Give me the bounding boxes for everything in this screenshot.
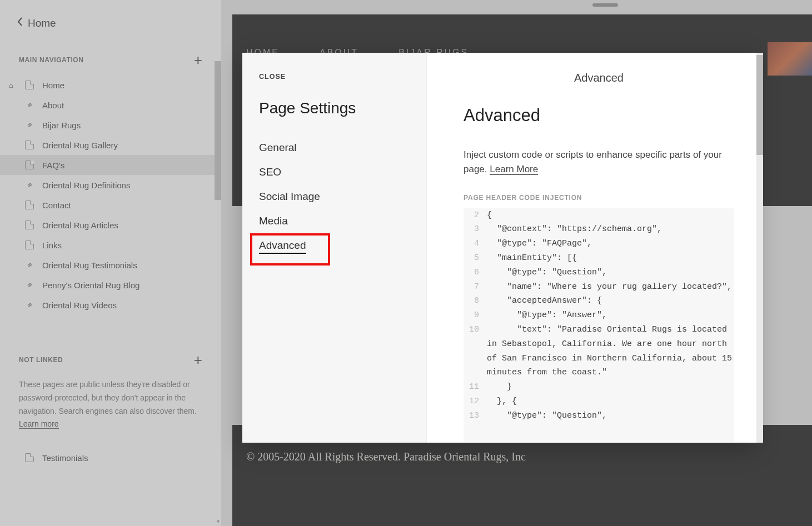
code-line: 12 }, { (464, 394, 734, 409)
tab-advanced[interactable]: Advanced (259, 239, 306, 254)
not-linked-item-testimonials[interactable]: Testimonials (0, 448, 221, 468)
sidebar-item-faq-s[interactable]: FAQ's (0, 155, 221, 175)
link-icon: ⚭ (24, 280, 34, 290)
add-page-button[interactable]: + (194, 53, 202, 67)
sidebar-item-penny-s-oriental-rug-blog[interactable]: ⚭Penny's Oriental Rug Blog (0, 275, 221, 295)
link-icon: ⚭ (24, 120, 34, 130)
hero-image (768, 42, 812, 76)
modal-scrollbar-thumb[interactable] (756, 55, 763, 155)
code-text: "acceptedAnswer": { (487, 294, 734, 308)
sidebar-item-bijar-rugs[interactable]: ⚭Bijar Rugs (0, 115, 221, 135)
page-icon (24, 220, 34, 230)
page-settings-modal: CLOSE Page Settings GeneralSEOSocial Ima… (242, 53, 756, 443)
sidebar-item-label: Testimonials (42, 453, 88, 463)
sidebar-item-label: Bijar Rugs (42, 121, 81, 130)
sidebar-scroll-down-icon[interactable]: ▾ (215, 518, 221, 526)
sidebar-item-label: Oriental Rug Articles (42, 221, 118, 230)
code-line: 4 "@type": "FAQPage", (464, 237, 734, 251)
add-not-linked-button[interactable]: + (194, 353, 202, 367)
code-text: "name": "Where is your rug gallery locat… (487, 280, 734, 294)
sidebar-scrollbar[interactable] (215, 61, 221, 200)
not-linked-description: These pages are public unless they're di… (0, 375, 221, 437)
tab-general[interactable]: General (259, 142, 297, 154)
tab-media[interactable]: Media (259, 215, 288, 227)
back-home-button[interactable]: Home (0, 11, 221, 43)
code-text: "@type": "Question", (487, 409, 734, 423)
page-icon (24, 140, 34, 150)
page-icon (24, 80, 34, 90)
code-line: 13 "@type": "Question", (464, 409, 734, 423)
modal-sidebar: CLOSE Page Settings GeneralSEOSocial Ima… (242, 53, 427, 443)
sidebar-item-label: Home (42, 81, 64, 90)
code-line: 5 "mainEntity": [{ (464, 251, 734, 265)
code-line: 8 "acceptedAnswer": { (464, 294, 734, 308)
line-number: 4 (464, 237, 487, 251)
link-icon: ⚭ (24, 100, 34, 110)
code-line: 2{ (464, 208, 734, 223)
sidebar-item-label: Contact (42, 201, 71, 210)
tab-seo[interactable]: SEO (259, 166, 281, 178)
site-footer-text: © 2005-2020 All Rights Reserved. Paradis… (246, 450, 526, 463)
page-icon (24, 200, 34, 210)
sidebar-item-oriental-rug-videos[interactable]: ⚭Oriental Rug Videos (0, 295, 221, 315)
modal-scrollbar[interactable] (756, 53, 763, 443)
code-text: "text": "Paradise Oriental Rugs is locat… (487, 323, 734, 380)
chevron-left-icon (17, 17, 23, 29)
code-text: }, { (487, 394, 734, 409)
sidebar-item-contact[interactable]: Contact (0, 195, 221, 215)
sidebar-item-label: Links (42, 241, 62, 250)
main-nav-title: MAIN NAVIGATION (19, 56, 84, 64)
panel-heading-small: Advanced (464, 72, 734, 84)
code-injection-label: PAGE HEADER CODE INJECTION (464, 194, 734, 202)
line-number: 12 (464, 394, 487, 409)
code-text: "@type": "Question", (487, 265, 734, 280)
sidebar-item-oriental-rug-definitions[interactable]: ⚭Oriental Rug Definitions (0, 175, 221, 195)
sidebar-item-label: Penny's Oriental Rug Blog (42, 280, 140, 290)
sidebar-item-oriental-rug-gallery[interactable]: Oriental Rug Gallery (0, 135, 221, 155)
modal-content: Advanced Advanced Inject custom code or … (427, 53, 756, 443)
code-line: 3 "@context": "https://schema.org", (464, 222, 734, 237)
panel-drag-handle[interactable] (592, 3, 618, 7)
line-number: 8 (464, 294, 487, 308)
home-indicator-icon: ⌂ (9, 81, 17, 89)
page-icon (24, 453, 34, 463)
modal-title: Page Settings (259, 99, 410, 117)
code-line: 7 "name": "Where is your rug gallery loc… (464, 280, 734, 294)
line-number: 2 (464, 208, 487, 223)
code-text: } (487, 380, 734, 394)
not-linked-title: NOT LINKED (19, 356, 63, 364)
sidebar-item-label: Oriental Rug Videos (42, 300, 117, 310)
sidebar-item-label: Oriental Rug Gallery (42, 141, 118, 150)
sidebar-item-oriental-rug-articles[interactable]: Oriental Rug Articles (0, 215, 221, 235)
line-number: 9 (464, 308, 487, 323)
main-nav-header: MAIN NAVIGATION + (0, 43, 221, 75)
sidebar-item-links[interactable]: Links (0, 235, 221, 255)
sidebar-item-oriental-rug-testimonials[interactable]: ⚭Oriental Rug Testimonials (0, 255, 221, 275)
panel-description: Inject custom code or scripts to enhance… (464, 148, 734, 177)
code-text: "@type": "Answer", (487, 308, 734, 323)
panel-heading-big: Advanced (464, 106, 734, 126)
sidebar-item-label: Oriental Rug Definitions (42, 181, 130, 190)
link-icon: ⚭ (24, 300, 34, 310)
line-number: 13 (464, 409, 487, 423)
close-button[interactable]: CLOSE (259, 73, 410, 81)
learn-more-link[interactable]: Learn More (490, 164, 538, 175)
code-line: 10 "text": "Paradise Oriental Rugs is lo… (464, 323, 734, 380)
main-nav-list: ⌂Home⚭About⚭Bijar RugsOriental Rug Galle… (0, 75, 221, 315)
line-number: 6 (464, 265, 487, 280)
not-linked-list: Testimonials (0, 448, 221, 468)
sidebar-item-home[interactable]: ⌂Home (0, 75, 221, 95)
code-editor[interactable]: 2{3 "@context": "https://schema.org",4 "… (464, 208, 734, 442)
line-number: 10 (464, 323, 487, 380)
line-number: 3 (464, 222, 487, 237)
line-number: 7 (464, 280, 487, 294)
not-linked-learn-more-link[interactable]: Learn more (19, 419, 59, 429)
tab-social-image[interactable]: Social Image (259, 191, 320, 203)
sidebar-item-about[interactable]: ⚭About (0, 95, 221, 115)
pages-sidebar: Home MAIN NAVIGATION + ⌂Home⚭About⚭Bijar… (0, 0, 221, 526)
line-number: 5 (464, 251, 487, 265)
code-text: { (487, 208, 734, 223)
code-text: "@context": "https://schema.org", (487, 222, 734, 237)
link-icon: ⚭ (24, 260, 34, 270)
code-text: "mainEntity": [{ (487, 251, 734, 265)
